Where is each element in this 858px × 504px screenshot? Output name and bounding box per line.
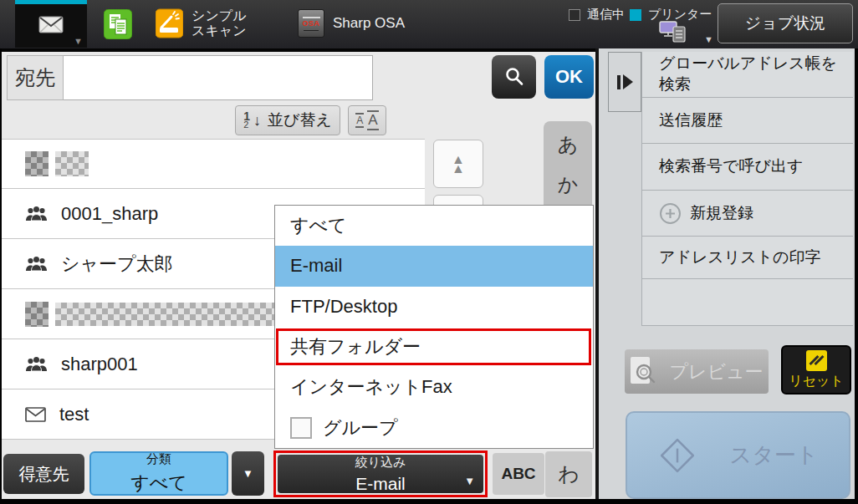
dropdown-item-shared-folder[interactable]: 共有フォルダー	[275, 327, 593, 367]
category-title: 分類	[91, 451, 227, 467]
filter-annotation-box: 絞り込み E-mail ▼	[273, 451, 488, 497]
menu-item-empty	[642, 279, 853, 326]
contact-name: 0001_sharp	[61, 203, 158, 225]
action-menu: グローバルアドレス帳を 検索 送信履歴 検索番号で呼び出す 新規登録 アドレスリ…	[641, 52, 853, 326]
tab-email-mode[interactable]: ▼	[15, 0, 87, 48]
scroll-to-top-button[interactable]: ▲ ▲	[433, 140, 483, 188]
preview-icon	[630, 356, 657, 387]
menu-item-new-registration[interactable]: 新規登録	[642, 191, 853, 237]
group-contact-icon	[25, 256, 48, 272]
menu-item-global-address-search[interactable]: グローバルアドレス帳を 検索	[642, 52, 853, 98]
communicating-label: 通信中	[587, 7, 625, 23]
dropdown-item-ftp-desktop[interactable]: FTP/Desktop	[275, 287, 593, 327]
address-row-redacted-1[interactable]	[2, 139, 425, 189]
ok-button[interactable]: OK	[544, 55, 594, 99]
collapse-arrow-icon	[623, 74, 633, 89]
caret-down-icon: ▼	[464, 475, 475, 487]
dropdown-item-email[interactable]: E-mail	[275, 246, 593, 286]
status-caret-icon[interactable]: ▼	[704, 35, 713, 44]
double-up-arrow-icon: ▲ ▲	[452, 155, 465, 173]
aa-small-icon: A	[355, 113, 364, 128]
copy-icon	[104, 9, 132, 39]
search-icon	[503, 66, 525, 88]
destination-input[interactable]	[64, 55, 373, 100]
destination-label: 宛先	[7, 55, 64, 100]
tab-caret-icon: ▼	[74, 37, 83, 46]
topbar: ▼ シンプル スキャン OSA	[0, 0, 858, 48]
sort-arrow-icon: ↓	[253, 112, 261, 130]
sort-button[interactable]: 1 2 ↓ 並び替え	[235, 105, 340, 135]
search-button[interactable]	[492, 55, 536, 99]
printer-indicator	[630, 9, 641, 21]
caret-down-icon: ▼	[243, 467, 253, 480]
sharp-osa-label: Sharp OSA	[333, 15, 405, 32]
redacted-icon	[25, 302, 49, 327]
redacted-icon	[25, 151, 49, 176]
category-value: すべて	[91, 471, 227, 496]
easy-scan-label: シンプル スキャン	[192, 8, 247, 39]
group-checkbox[interactable]	[290, 417, 312, 439]
redacted-name	[55, 303, 298, 326]
group-contact-icon	[25, 206, 48, 222]
index-tab-wa[interactable]: わ	[545, 451, 592, 497]
filter-title: 絞り込み	[278, 455, 483, 471]
email-contact-icon	[25, 407, 46, 422]
menu-item-send-history[interactable]: 送信履歴	[642, 98, 853, 144]
category-caret-button[interactable]: ▼	[232, 451, 264, 496]
collapse-bar-icon	[617, 75, 621, 89]
screen-left-edge	[0, 48, 2, 504]
start-icon	[658, 436, 697, 475]
filter-select-button[interactable]: 絞り込み E-mail ▼	[278, 455, 483, 493]
active-tab-indicator	[15, 0, 87, 4]
communicating-status: 通信中	[569, 7, 625, 23]
filter-dropdown-menu: すべて E-mail FTP/Desktop 共有フォルダー インターネットFa…	[274, 205, 594, 449]
menu-item-print-address-list[interactable]: アドレスリストの印字	[642, 237, 853, 279]
category-select-button[interactable]: 分類 すべて	[89, 451, 228, 496]
aa-large-icon: A	[367, 110, 378, 130]
preview-button[interactable]: プレビュー	[625, 349, 769, 394]
tab-sharp-osa[interactable]: OSA Sharp OSA	[298, 9, 405, 38]
dropdown-item-internet-fax[interactable]: インターネットFax	[275, 367, 593, 407]
contact-name: シャープ太郎	[61, 252, 173, 277]
job-status-button[interactable]: ジョブ状況	[718, 3, 853, 43]
filter-value: E-mail	[278, 474, 483, 494]
dropdown-item-group[interactable]: グループ	[275, 408, 593, 448]
reset-button[interactable]: リセット	[781, 345, 851, 395]
contact-name: sharp001	[61, 354, 138, 375]
menu-item-call-search-number[interactable]: 検索番号で呼び出す	[642, 144, 853, 191]
sharp-mfp-screen: ▼ シンプル スキャン OSA	[0, 0, 858, 504]
printer-device-icon[interactable]	[659, 20, 691, 45]
alphabet-display-toggle[interactable]: A A	[348, 105, 386, 135]
sort-order-icon: 1 2	[243, 112, 250, 129]
easy-scan-icon	[156, 8, 183, 38]
sharp-osa-icon: OSA	[298, 9, 324, 38]
index-tab-ka[interactable]: か	[558, 165, 579, 205]
start-button[interactable]: スタート	[626, 411, 850, 499]
tab-easy-scan[interactable]: シンプル スキャン	[156, 8, 247, 39]
dropdown-item-all[interactable]: すべて	[275, 206, 593, 246]
sort-label: 並び替え	[268, 109, 332, 131]
group-contact-icon	[25, 356, 48, 373]
reset-icon	[806, 350, 827, 371]
screen-right-edge	[855, 48, 858, 504]
contact-name: test	[59, 404, 89, 425]
screen-bottom-edge	[0, 499, 858, 504]
panel-collapse-button[interactable]	[608, 52, 641, 112]
favorites-button[interactable]: 得意先	[3, 454, 84, 494]
redacted-name	[55, 151, 89, 176]
tab-copy-mode[interactable]	[104, 9, 132, 43]
plus-circle-icon	[659, 202, 682, 225]
index-tab-a[interactable]: あ	[558, 125, 579, 165]
email-icon	[38, 16, 64, 33]
index-tab-abc[interactable]: ABC	[493, 453, 544, 495]
communicating-indicator	[569, 9, 580, 21]
